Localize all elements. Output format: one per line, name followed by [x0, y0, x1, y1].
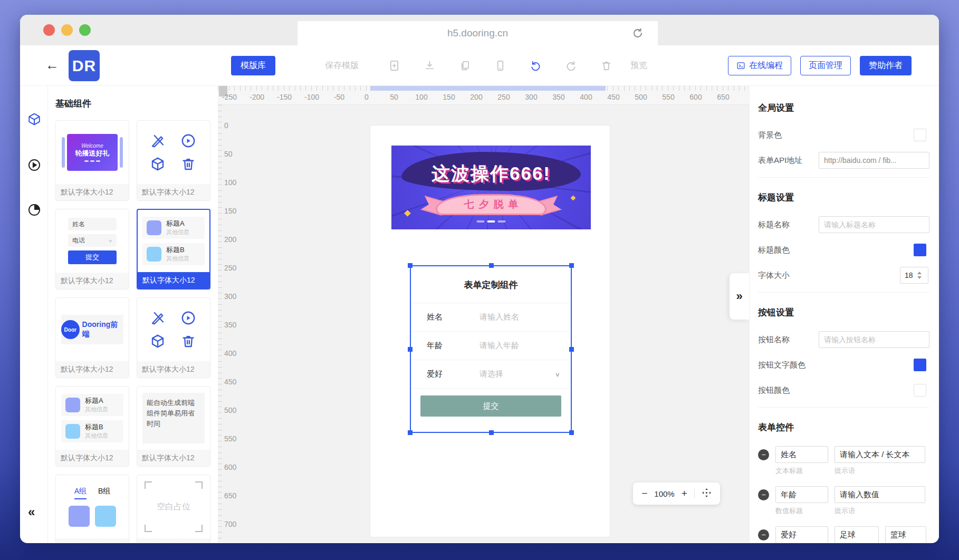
minimize-window-button[interactable] [61, 24, 73, 36]
refresh-icon[interactable] [631, 27, 644, 42]
resize-handle-ne[interactable] [569, 263, 574, 268]
form-component-selected[interactable]: 表单定制组件 姓名 请输入姓名 年龄 请输入年龄 爱好 请选择 [410, 265, 572, 433]
form-row-age[interactable]: 年龄 请输入年龄 [411, 332, 571, 360]
component-card-list-selected[interactable]: 标题A其他信息 标题B其他信息 默认字体大小12 [137, 209, 210, 289]
banner-carousel-dots[interactable] [477, 220, 506, 223]
online-coding-button[interactable]: 在线编程 [728, 56, 791, 75]
resize-handle-nw[interactable] [408, 263, 413, 268]
banner-ribbon: 七夕脱单 [436, 194, 546, 215]
pan-move-icon[interactable] [702, 488, 712, 500]
title-name-input[interactable] [819, 216, 929, 233]
copy-icon[interactable] [459, 60, 471, 72]
banner-title: 这波操作666! [391, 161, 591, 186]
v-ruler-label: 550 [224, 435, 236, 443]
step-down-icon[interactable] [917, 276, 922, 279]
remove-field-icon[interactable]: − [758, 449, 769, 460]
component-card-blank-placeholder[interactable]: 空白占位 [137, 475, 210, 543]
remove-field-icon[interactable]: − [758, 489, 769, 500]
thumb-square [147, 247, 161, 262]
components-cube-icon[interactable] [27, 112, 41, 126]
step-up-icon[interactable] [917, 272, 922, 274]
field-hint-input[interactable] [835, 446, 925, 463]
card-footer: 默认字体大小12 [137, 361, 210, 378]
title-color-swatch[interactable] [914, 244, 926, 256]
component-card-logo[interactable]: Door Dooring前端 默认字体大小12 [55, 297, 129, 378]
component-card-list[interactable]: 标题A其他信息 标题B其他信息 默认字体大小12 [55, 386, 129, 467]
form-api-row: 表单API地址 [758, 152, 929, 169]
preview-button[interactable]: 预览 [630, 60, 647, 71]
redo-icon[interactable] [565, 60, 577, 72]
component-card-form[interactable]: 姓名 电话∨ 提交 默认字体大小12 [55, 209, 129, 289]
field-title-input[interactable] [775, 446, 828, 463]
card-footer: 默认字体大小12 [56, 361, 129, 378]
component-card-text[interactable]: 能自动生成前端组件简单易用省时间 默认字体大小12 [137, 386, 210, 467]
component-card-carousel[interactable]: Welcome 轮播送好礼 默认字体大小12 [55, 120, 129, 201]
font-size-stepper[interactable] [900, 267, 928, 284]
form-row-name[interactable]: 姓名 请输入姓名 [411, 303, 571, 332]
file-add-icon[interactable] [388, 60, 400, 72]
media-play-icon[interactable] [27, 158, 41, 172]
chart-pie-icon[interactable] [27, 203, 41, 217]
zoom-out-button[interactable]: − [641, 488, 647, 499]
button-text-color-swatch[interactable] [914, 359, 926, 371]
field-hint-input[interactable] [835, 486, 925, 503]
resize-handle-s[interactable] [489, 430, 494, 435]
url-text: h5.dooring.cn [447, 27, 508, 39]
resize-handle-se[interactable] [569, 430, 574, 435]
component-card-icons[interactable]: 默认字体大小12 [137, 120, 210, 201]
tab-group-b[interactable]: B组 [98, 487, 110, 499]
component-card-icons[interactable]: 默认字体大小12 [137, 297, 210, 378]
trash-icon [180, 156, 196, 172]
card-footer: 默认字体大小12 [56, 184, 129, 200]
resize-handle-w[interactable] [408, 347, 413, 352]
expand-panel-tab[interactable]: » [730, 273, 749, 320]
option-input[interactable] [835, 526, 879, 543]
resize-handle-n[interactable] [489, 263, 494, 268]
form-submit-button[interactable]: 提交 [420, 395, 561, 417]
v-ruler-label: 0 [224, 121, 228, 130]
font-size-input[interactable] [900, 271, 916, 279]
mobile-icon[interactable] [494, 60, 506, 72]
option-input[interactable] [885, 526, 926, 543]
app-logo[interactable]: DR [69, 50, 100, 81]
resize-handle-sw[interactable] [408, 430, 413, 435]
field-title-input[interactable] [775, 526, 828, 543]
tab-group-a[interactable]: A组 [74, 487, 87, 499]
form-api-input[interactable] [819, 152, 929, 169]
page-artboard[interactable]: 这波操作666! 七夕脱单 [370, 125, 610, 537]
component-card-tabs[interactable]: A组 B组 [55, 475, 129, 543]
zoom-level: 100% [654, 489, 674, 498]
remove-field-icon[interactable]: − [758, 529, 769, 540]
v-ruler-label: 100 [224, 178, 236, 187]
undo-icon[interactable] [530, 60, 542, 72]
play-circle-icon [180, 133, 196, 149]
component-card-grid: Welcome 轮播送好礼 默认字体大小12 [55, 120, 210, 543]
url-bar[interactable]: h5.dooring.cn [298, 21, 658, 45]
card-footer: 默认字体大小12 [56, 450, 129, 466]
v-ruler-label: 600 [224, 463, 236, 471]
template-library-button[interactable]: 模版库 [231, 56, 275, 75]
zoom-in-button[interactable]: + [682, 488, 687, 499]
download-icon[interactable] [424, 60, 436, 72]
form-row-hobby[interactable]: 爱好 请选择 ∨ [411, 360, 571, 389]
close-window-button[interactable] [43, 24, 55, 36]
carousel-right-bar [120, 137, 123, 168]
save-template-button[interactable]: 保存模版 [325, 60, 359, 71]
bg-color-row: 背景色 [758, 127, 929, 143]
collapse-panel-icon[interactable]: « [28, 505, 35, 519]
banner-component[interactable]: 这波操作666! 七夕脱单 [391, 146, 591, 229]
back-arrow-icon[interactable]: ← [45, 57, 59, 73]
delete-icon[interactable] [600, 60, 612, 72]
sponsor-button[interactable]: 赞助作者 [860, 56, 912, 75]
button-name-input[interactable] [819, 331, 929, 348]
resize-handle-e[interactable] [569, 347, 574, 352]
field-title-input[interactable] [775, 486, 828, 503]
canvas-area[interactable]: -250-200-150-100-50050100150200250300350… [218, 86, 749, 543]
bg-color-swatch[interactable] [914, 129, 926, 141]
title-settings-title: 标题设置 [758, 191, 929, 204]
h-ruler-label: -50 [334, 93, 344, 101]
h-ruler-label: 0 [365, 93, 369, 101]
page-manage-button[interactable]: 页面管理 [800, 56, 851, 75]
button-color-swatch[interactable] [914, 384, 926, 397]
fullscreen-window-button[interactable] [79, 24, 91, 36]
